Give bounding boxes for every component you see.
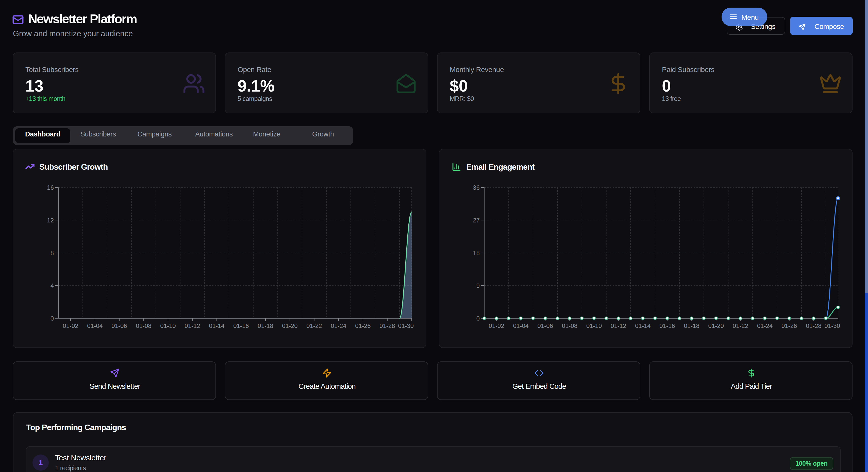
svg-text:01-10: 01-10 <box>586 323 602 329</box>
svg-text:16: 16 <box>47 184 54 191</box>
svg-text:01-14: 01-14 <box>635 323 650 329</box>
svg-text:01-16: 01-16 <box>659 323 675 329</box>
svg-text:01-14: 01-14 <box>209 323 224 329</box>
svg-text:01-08: 01-08 <box>136 323 151 329</box>
svg-text:01-30: 01-30 <box>825 323 840 329</box>
svg-text:01-02: 01-02 <box>489 323 504 329</box>
svg-text:01-26: 01-26 <box>781 323 797 329</box>
svg-text:8: 8 <box>51 249 54 257</box>
svg-text:01-12: 01-12 <box>185 323 200 329</box>
svg-text:01-22: 01-22 <box>733 323 748 329</box>
svg-text:9: 9 <box>476 282 480 289</box>
svg-text:01-28: 01-28 <box>379 323 395 329</box>
svg-text:01-04: 01-04 <box>513 323 529 329</box>
svg-text:01-26: 01-26 <box>355 323 371 329</box>
svg-text:01-04: 01-04 <box>87 323 102 329</box>
svg-text:01-10: 01-10 <box>160 323 176 329</box>
svg-text:01-22: 01-22 <box>306 323 322 329</box>
svg-text:01-02: 01-02 <box>63 323 78 329</box>
svg-text:01-24: 01-24 <box>331 323 346 329</box>
svg-text:01-18: 01-18 <box>258 323 273 329</box>
svg-text:0: 0 <box>51 315 54 322</box>
svg-text:4: 4 <box>51 282 54 289</box>
svg-text:01-18: 01-18 <box>684 323 700 329</box>
svg-text:01-06: 01-06 <box>537 323 553 329</box>
svg-text:01-08: 01-08 <box>562 323 578 329</box>
svg-text:18: 18 <box>473 249 480 257</box>
svg-text:12: 12 <box>47 217 54 224</box>
svg-text:01-20: 01-20 <box>282 323 298 329</box>
svg-text:0: 0 <box>476 315 480 322</box>
svg-text:01-12: 01-12 <box>611 323 626 329</box>
svg-text:36: 36 <box>473 184 480 191</box>
svg-text:01-16: 01-16 <box>233 323 249 329</box>
svg-text:27: 27 <box>473 217 480 224</box>
svg-text:01-28: 01-28 <box>806 323 821 329</box>
svg-text:01-06: 01-06 <box>112 323 127 329</box>
svg-text:01-30: 01-30 <box>398 323 414 329</box>
svg-text:01-24: 01-24 <box>757 323 773 329</box>
svg-text:01-20: 01-20 <box>708 323 724 329</box>
